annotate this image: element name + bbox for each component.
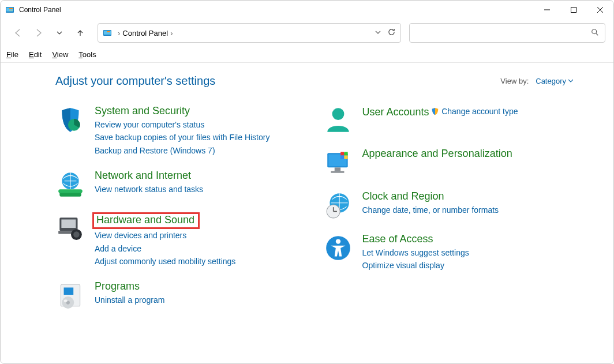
programs-icon <box>55 280 85 310</box>
search-icon[interactable] <box>591 28 599 38</box>
category-link[interactable]: Let Windows suggest settings <box>362 246 574 259</box>
svg-rect-32 <box>340 152 344 155</box>
category-title[interactable]: Hardware and Sound <box>92 212 200 229</box>
clock-region-icon <box>323 190 353 220</box>
svg-point-27 <box>332 108 344 120</box>
address-bar[interactable]: › Control Panel › <box>98 23 401 43</box>
svg-rect-16 <box>58 190 83 193</box>
menu-file[interactable]: File <box>6 50 18 59</box>
svg-rect-5 <box>571 7 576 13</box>
category-title[interactable]: Appearance and Personalization <box>362 148 512 160</box>
up-button[interactable] <box>71 24 89 42</box>
svg-rect-34 <box>340 156 344 159</box>
category-link[interactable]: Optimize visual display <box>362 259 574 272</box>
category-link[interactable]: Change date, time, or number formats <box>362 204 574 216</box>
svg-point-41 <box>335 239 340 243</box>
window-controls <box>534 1 613 19</box>
refresh-button[interactable] <box>387 28 396 38</box>
menu-view[interactable]: View <box>52 50 68 59</box>
view-by-dropdown[interactable]: Category <box>536 77 573 85</box>
category-ease-access: Ease of Access Let Windows suggest setti… <box>323 233 574 272</box>
category-link[interactable]: View network status and tasks <box>95 183 306 196</box>
category-link[interactable]: Save backup copies of your files with Fi… <box>95 131 306 144</box>
menu-bar: File Edit View Tools <box>1 47 613 63</box>
search-input[interactable] <box>415 29 591 37</box>
address-dropdown-icon[interactable] <box>375 29 381 37</box>
svg-rect-2 <box>9 8 13 9</box>
svg-rect-10 <box>107 31 110 32</box>
control-panel-icon <box>103 28 112 37</box>
svg-rect-35 <box>344 156 347 159</box>
category-network-internet: Network and Internet View network status… <box>55 170 306 200</box>
shield-icon <box>431 107 439 115</box>
svg-rect-30 <box>334 167 340 171</box>
svg-rect-31 <box>331 171 344 173</box>
svg-rect-18 <box>61 220 76 228</box>
svg-rect-23 <box>64 288 74 295</box>
menu-tools[interactable]: Tools <box>78 50 96 59</box>
forward-button[interactable] <box>29 24 48 42</box>
control-panel-icon <box>5 5 14 14</box>
categories-right-column: User Accounts Change account type Appear… <box>323 105 574 323</box>
hardware-sound-icon <box>55 212 85 242</box>
category-appearance: Appearance and Personalization <box>323 148 574 178</box>
chevron-right-icon[interactable]: › <box>118 29 120 37</box>
category-link[interactable]: View devices and printers <box>95 229 306 242</box>
category-title[interactable]: System and Security <box>95 105 190 117</box>
titlebar: Control Panel <box>1 1 613 19</box>
network-internet-icon <box>55 170 85 200</box>
appearance-icon <box>323 148 353 178</box>
svg-rect-3 <box>9 10 13 10</box>
chevron-down-icon <box>568 79 573 84</box>
view-by-value: Category <box>536 77 566 85</box>
category-link[interactable]: Add a device <box>95 242 306 255</box>
svg-point-26 <box>64 300 68 302</box>
recent-locations-dropdown[interactable] <box>50 24 69 42</box>
category-hardware-sound: Hardware and Sound View devices and prin… <box>55 212 306 268</box>
window-title: Control Panel <box>19 6 534 14</box>
user-accounts-icon <box>323 105 353 135</box>
view-by-label: View by: <box>500 77 529 85</box>
svg-rect-33 <box>344 152 347 155</box>
category-user-accounts: User Accounts Change account type <box>323 105 574 135</box>
svg-point-11 <box>592 29 597 33</box>
system-security-icon <box>55 105 85 135</box>
category-title[interactable]: Programs <box>95 280 140 292</box>
category-link[interactable]: Change account type <box>431 105 518 118</box>
svg-point-21 <box>73 231 79 237</box>
category-title[interactable]: User Accounts <box>362 106 429 118</box>
minimize-button[interactable] <box>534 1 560 19</box>
content-area: Adjust your computer's settings View by:… <box>1 63 613 323</box>
maximize-button[interactable] <box>560 1 587 19</box>
back-button[interactable] <box>9 24 27 42</box>
search-box[interactable] <box>409 23 605 43</box>
close-button[interactable] <box>587 1 613 19</box>
chevron-right-icon[interactable]: › <box>170 29 173 37</box>
svg-line-12 <box>596 33 598 35</box>
category-title[interactable]: Clock and Region <box>362 190 444 202</box>
menu-edit[interactable]: Edit <box>29 50 42 59</box>
category-link-text: Change account type <box>441 105 518 118</box>
category-clock-region: Clock and Region Change date, time, or n… <box>323 190 574 220</box>
category-link[interactable]: Adjust commonly used mobility settings <box>95 255 306 268</box>
breadcrumb-root[interactable]: Control Panel <box>122 29 168 37</box>
category-programs: Programs Uninstall a program <box>55 280 306 310</box>
categories-left-column: System and Security Review your computer… <box>55 105 306 323</box>
category-title[interactable]: Network and Internet <box>95 170 191 182</box>
navigation-toolbar: › Control Panel › <box>1 19 613 47</box>
category-link[interactable]: Backup and Restore (Windows 7) <box>95 144 306 157</box>
ease-access-icon <box>323 233 353 263</box>
page-heading: Adjust your computer's settings <box>55 74 500 88</box>
category-system-security: System and Security Review your computer… <box>55 105 306 157</box>
category-title[interactable]: Ease of Access <box>362 233 433 245</box>
category-link[interactable]: Uninstall a program <box>95 294 306 306</box>
category-link[interactable]: Review your computer's status <box>95 118 306 131</box>
svg-point-37 <box>327 205 340 218</box>
